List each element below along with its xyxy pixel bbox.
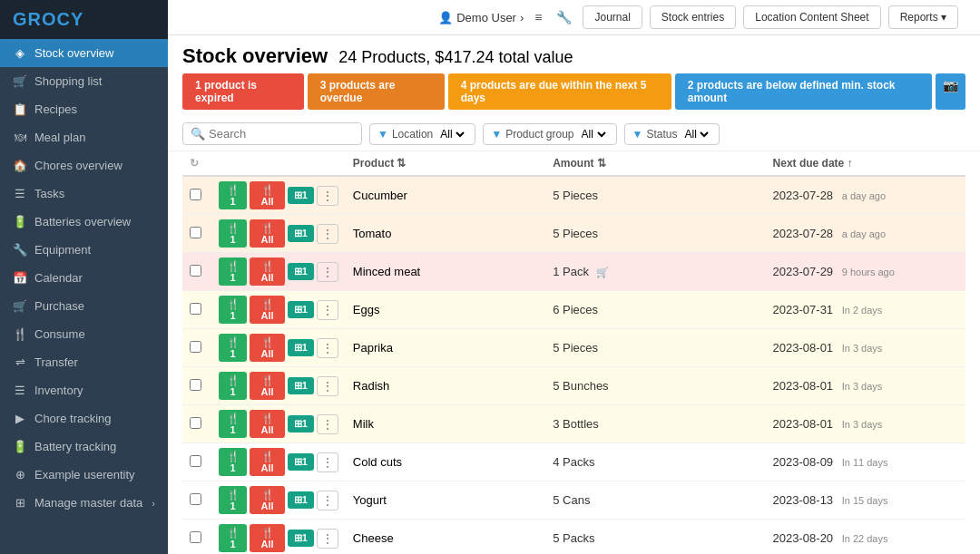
sidebar-item-equipment[interactable]: 🔧 Equipment: [0, 236, 168, 264]
row-checkbox[interactable]: [190, 227, 201, 238]
status-select[interactable]: All: [681, 127, 711, 141]
row-checkbox[interactable]: [190, 455, 201, 467]
due-date-relative: a day ago: [842, 190, 886, 201]
sidebar-item-transfer[interactable]: ⇌ Transfer: [0, 348, 168, 376]
sidebar-item-battery-tracking[interactable]: 🔋 Battery tracking: [0, 433, 168, 461]
open-button[interactable]: ⊞1: [288, 415, 314, 433]
col-next-due-date[interactable]: Next due date ↑: [766, 151, 965, 176]
sidebar-item-example-userentity[interactable]: ⊕ Example userentity: [0, 461, 168, 489]
location-select[interactable]: All: [436, 127, 467, 141]
sidebar-item-chore-tracking[interactable]: ▶ Chore tracking: [0, 404, 168, 433]
sidebar-item-chores-overview[interactable]: 🏠 Chores overview: [0, 151, 168, 180]
consume-all-button[interactable]: 🍴All: [250, 296, 284, 324]
sidebar-item-recipes[interactable]: 📋 Recipes: [0, 95, 168, 123]
consume-all-button[interactable]: 🍴All: [250, 372, 284, 400]
sidebar-item-tasks[interactable]: ☰ Tasks: [0, 180, 168, 208]
row-checkbox[interactable]: [190, 531, 201, 543]
consume-all-button[interactable]: 🍴All: [250, 334, 284, 362]
camera-icon[interactable]: 📷: [936, 73, 965, 110]
consume-one-button[interactable]: 🍴1: [219, 486, 247, 514]
product-group-select[interactable]: All: [578, 127, 609, 141]
col-amount[interactable]: Amount ⇅: [545, 151, 765, 176]
consume-all-button[interactable]: 🍴All: [250, 486, 284, 514]
table-row: 🍴1 🍴All ⊞1 ⋮ Tomato5 Pieces 2023-07-28 a…: [182, 215, 965, 253]
row-more-button[interactable]: ⋮: [317, 186, 338, 206]
open-button[interactable]: ⊞1: [288, 530, 314, 547]
consume-one-button[interactable]: 🍴1: [219, 448, 247, 476]
sidebar-item-purchase[interactable]: 🛒 Purchase: [0, 292, 168, 320]
sidebar-item-calendar[interactable]: 📅 Calendar: [0, 264, 168, 292]
consume-one-button[interactable]: 🍴1: [219, 296, 247, 324]
row-more-button[interactable]: ⋮: [317, 529, 338, 549]
due-date: 2023-07-29: [773, 265, 834, 278]
sidebar-icon-chores-overview: 🏠: [13, 159, 27, 172]
consume-one-button[interactable]: 🍴1: [219, 372, 247, 400]
row-more-button[interactable]: ⋮: [317, 224, 338, 244]
user-menu[interactable]: 👤 Demo User ›: [438, 11, 524, 24]
row-more-button[interactable]: ⋮: [317, 414, 338, 434]
alert-below-min[interactable]: 2 products are below defined min. stock …: [675, 73, 932, 110]
row-checkbox[interactable]: [190, 303, 201, 315]
open-button[interactable]: ⊞1: [288, 301, 314, 318]
due-date: 2023-07-31: [773, 303, 834, 316]
row-more-button[interactable]: ⋮: [317, 376, 338, 396]
row-more-button[interactable]: ⋮: [317, 452, 338, 472]
col-product[interactable]: Product ⇅: [346, 151, 545, 176]
open-button[interactable]: ⊞1: [288, 491, 314, 509]
consume-all-button[interactable]: 🍴All: [250, 524, 284, 552]
consume-one-button[interactable]: 🍴1: [219, 181, 247, 209]
row-checkbox[interactable]: [190, 379, 201, 391]
open-button[interactable]: ⊞1: [288, 263, 314, 280]
sidebar-item-meal-plan[interactable]: 🍽 Meal plan: [0, 123, 168, 151]
alert-overdue[interactable]: 3 products are overdue: [308, 73, 445, 110]
sidebar-item-manage-master-data[interactable]: ⊞ Manage master data ›: [0, 489, 168, 517]
due-date: 2023-07-28: [773, 189, 834, 202]
consume-one-button[interactable]: 🍴1: [219, 258, 247, 286]
sidebar-label-equipment: Equipment: [34, 243, 155, 257]
menu-icon[interactable]: ≡: [531, 6, 545, 28]
row-product-cell: Paprika: [346, 329, 545, 367]
row-more-button[interactable]: ⋮: [317, 338, 338, 358]
row-checkbox[interactable]: [190, 265, 201, 277]
search-input[interactable]: [209, 127, 354, 141]
sidebar-item-shopping-list[interactable]: 🛒 Shopping list: [0, 67, 168, 95]
row-more-button[interactable]: ⋮: [317, 262, 338, 282]
open-button[interactable]: ⊞1: [288, 187, 314, 204]
consume-one-button[interactable]: 🍴1: [219, 219, 247, 248]
consume-all-button[interactable]: 🍴All: [250, 181, 284, 209]
consume-one-button[interactable]: 🍴1: [219, 524, 247, 552]
stock-table-wrap: ↻ Product ⇅ Amount ⇅ Next due date ↑ 🍴1 …: [168, 151, 980, 554]
topbar-btn-journal[interactable]: Journal: [583, 5, 642, 29]
row-checkbox-cell: [182, 520, 211, 555]
open-button[interactable]: ⊞1: [288, 377, 314, 394]
open-button[interactable]: ⊞1: [288, 225, 314, 242]
alert-due-soon[interactable]: 4 products are due within the next 5 day…: [448, 73, 671, 110]
sidebar-item-batteries-overview[interactable]: 🔋 Batteries overview: [0, 208, 168, 236]
sidebar-item-inventory[interactable]: ☰ Inventory: [0, 376, 168, 404]
sidebar-item-stock-overview[interactable]: ◈ Stock overview: [0, 39, 168, 67]
open-button[interactable]: ⊞1: [288, 339, 314, 356]
consume-all-button[interactable]: 🍴All: [250, 219, 284, 248]
settings-icon[interactable]: 🔧: [553, 6, 575, 28]
row-checkbox[interactable]: [190, 189, 201, 200]
row-product-cell: Minced meat: [346, 253, 545, 291]
open-button[interactable]: ⊞1: [288, 453, 314, 471]
row-date-cell: 2023-08-01 In 3 days: [766, 329, 965, 367]
sidebar-icon-manage-master-data: ⊞: [13, 496, 27, 510]
topbar-btn-reports[interactable]: Reports ▾: [888, 5, 958, 29]
topbar-btn-location-content-sheet[interactable]: Location Content Sheet: [743, 5, 880, 29]
row-checkbox[interactable]: [190, 493, 201, 505]
consume-all-button[interactable]: 🍴All: [250, 448, 284, 476]
row-actions-cell: 🍴1 🍴All ⊞1 ⋮: [211, 405, 346, 443]
consume-one-button[interactable]: 🍴1: [219, 410, 247, 438]
row-more-button[interactable]: ⋮: [317, 491, 338, 510]
sidebar-item-consume[interactable]: 🍴 Consume: [0, 320, 168, 348]
topbar-btn-stock-entries[interactable]: Stock entries: [650, 5, 736, 29]
consume-all-button[interactable]: 🍴All: [250, 258, 284, 286]
row-checkbox[interactable]: [190, 417, 201, 429]
row-more-button[interactable]: ⋮: [317, 300, 338, 320]
consume-all-button[interactable]: 🍴All: [250, 410, 284, 438]
consume-one-button[interactable]: 🍴1: [219, 334, 247, 362]
row-checkbox[interactable]: [190, 341, 201, 353]
alert-expired[interactable]: 1 product is expired: [182, 73, 304, 110]
